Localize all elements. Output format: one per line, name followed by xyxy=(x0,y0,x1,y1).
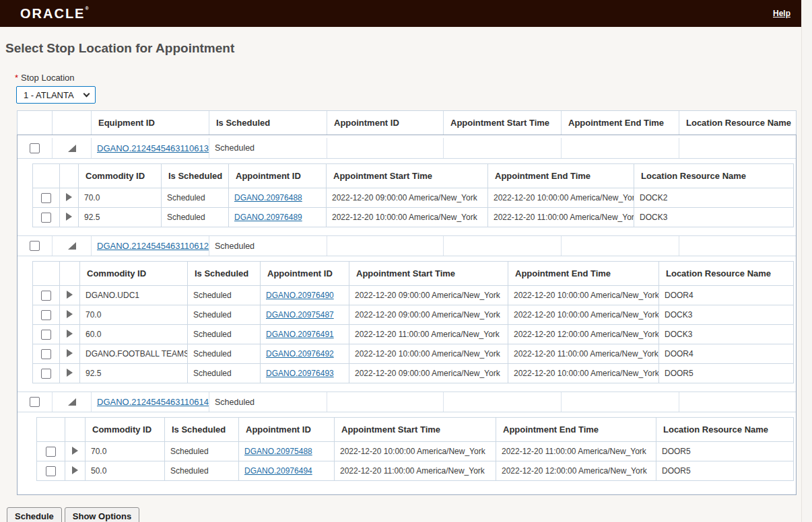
checkbox-cell xyxy=(37,461,65,481)
col-location-resource: Location Resource Name xyxy=(634,164,794,188)
expand-toggle-icon[interactable] xyxy=(72,466,78,474)
resource-cell: DOCK2 xyxy=(634,188,794,208)
expand-toggle-icon[interactable] xyxy=(66,213,72,221)
col-appointment-id: Appointment ID xyxy=(239,418,335,442)
checkbox-cell xyxy=(33,325,60,344)
col-commodity-id: Commodity ID xyxy=(79,164,162,188)
commodity-row: DGANO.UDC1 Scheduled DGANO.20976490 2022… xyxy=(33,286,794,305)
is-scheduled-cell: Scheduled xyxy=(165,461,239,481)
appointment-id-cell: DGANO.20975487 xyxy=(261,305,349,325)
schedule-button[interactable]: Schedule xyxy=(7,507,62,522)
commodity-table: Commodity ID Is Scheduled Appointment ID… xyxy=(32,163,794,227)
appointment-id-cell: DGANO.20976490 xyxy=(261,286,349,305)
checkbox-cell xyxy=(33,208,60,227)
vertical-scrollbar[interactable] xyxy=(801,0,812,522)
start-time-cell: 2022-12-20 09:00:00 America/New_York xyxy=(349,364,508,383)
row-checkbox[interactable] xyxy=(46,447,56,457)
checkbox-cell xyxy=(33,344,60,364)
end-time-cell: 2022-12-20 10:00:00 America/New_York xyxy=(508,286,659,305)
toggle-cell xyxy=(53,138,92,158)
equipment-row: DGANO.2124545463110613 Scheduled xyxy=(18,138,796,159)
collapse-toggle-icon[interactable] xyxy=(68,242,76,250)
equipment-id-link[interactable]: DGANO.2124545463110613 xyxy=(97,143,209,153)
is-scheduled-cell: Scheduled xyxy=(188,325,261,344)
appointment-id-link[interactable]: DGANO.20976493 xyxy=(266,369,334,378)
toggle-cell xyxy=(60,325,80,344)
resource-cell: DOCK3 xyxy=(634,208,794,227)
expand-toggle-icon[interactable] xyxy=(67,291,73,299)
equipment-id-link[interactable]: DGANO.2124545463110612 xyxy=(97,241,209,251)
appointment-id-cell: DGANO.20976493 xyxy=(261,364,349,383)
appointment-id-link[interactable]: DGANO.20976492 xyxy=(266,349,334,359)
row-checkbox[interactable] xyxy=(41,193,51,203)
equipment-id-cell: DGANO.2124545463110612 xyxy=(92,236,209,256)
checkbox-cell xyxy=(18,392,53,412)
is-scheduled-cell: Scheduled xyxy=(209,236,327,256)
stop-location-select[interactable]: 1 - ATLANTA xyxy=(16,86,96,104)
empty-cell xyxy=(679,236,796,256)
commodity-row: 70.0 Scheduled DGANO.20975488 2022-12-20… xyxy=(37,442,794,461)
resource-cell: DOCK3 xyxy=(659,305,794,325)
appointment-id-link[interactable]: DGANO.20975487 xyxy=(266,310,334,320)
start-time-cell: 2022-12-20 10:00:00 America/New_York xyxy=(349,344,508,364)
end-time-cell: 2022-12-20 11:00:00 America/New_York xyxy=(508,344,659,364)
header-toggle-spacer xyxy=(60,164,79,188)
header-checkbox-spacer xyxy=(37,418,65,442)
row-checkbox[interactable] xyxy=(30,143,40,153)
start-time-cell: 2022-12-20 09:00:00 America/New_York xyxy=(327,188,488,208)
expand-toggle-icon[interactable] xyxy=(67,369,73,377)
collapse-toggle-icon[interactable] xyxy=(68,398,76,406)
equipment-table-header: Equipment ID Is Scheduled Appointment ID… xyxy=(17,110,797,135)
commodity-id-cell: 50.0 xyxy=(86,461,165,481)
equipment-id-link[interactable]: DGANO.2124545463110614 xyxy=(97,397,209,407)
appointment-id-link[interactable]: DGANO.20976488 xyxy=(234,193,302,202)
appointment-id-link[interactable]: DGANO.20976491 xyxy=(266,330,334,339)
resource-cell: DOOR4 xyxy=(659,286,794,305)
empty-cell xyxy=(444,392,562,412)
row-checkbox[interactable] xyxy=(30,241,40,251)
expand-toggle-icon[interactable] xyxy=(67,330,73,338)
toggle-cell xyxy=(60,364,80,383)
expand-toggle-icon[interactable] xyxy=(67,310,73,318)
appointment-id-link[interactable]: DGANO.20976494 xyxy=(244,466,312,476)
is-scheduled-cell: Scheduled xyxy=(165,442,239,461)
appointment-id-link[interactable]: DGANO.20976489 xyxy=(234,213,302,222)
expand-toggle-icon[interactable] xyxy=(67,349,73,357)
help-link[interactable]: Help xyxy=(773,9,790,18)
commodity-header-row: Commodity ID Is Scheduled Appointment ID… xyxy=(33,262,794,286)
toggle-cell xyxy=(65,442,86,461)
row-checkbox[interactable] xyxy=(41,291,51,301)
registered-mark: ® xyxy=(85,6,88,11)
checkbox-cell xyxy=(33,286,60,305)
page-title: Select Stop Location for Appointment xyxy=(5,41,801,56)
commodity-row: 92.5 Scheduled DGANO.20976489 2022-12-20… xyxy=(33,208,794,227)
empty-cell xyxy=(562,392,679,412)
action-buttons: Schedule Show Options xyxy=(7,507,801,522)
toggle-cell xyxy=(60,188,79,208)
col-appointment-end: Appointment End Time xyxy=(488,164,634,188)
toggle-cell xyxy=(53,236,92,256)
commodity-id-cell: 60.0 xyxy=(80,325,188,344)
row-checkbox[interactable] xyxy=(30,397,40,407)
commodity-id-cell: 70.0 xyxy=(79,188,162,208)
expand-toggle-icon[interactable] xyxy=(66,193,72,201)
row-checkbox[interactable] xyxy=(41,330,51,340)
header-checkbox-spacer xyxy=(33,262,60,286)
start-time-cell: 2022-12-20 10:00:00 America/New_York xyxy=(327,208,488,227)
row-checkbox[interactable] xyxy=(46,466,56,476)
show-options-button[interactable]: Show Options xyxy=(65,507,139,522)
expand-toggle-icon[interactable] xyxy=(72,447,78,455)
row-checkbox[interactable] xyxy=(41,213,51,223)
commodity-table: Commodity ID Is Scheduled Appointment ID… xyxy=(32,261,794,383)
collapse-toggle-icon[interactable] xyxy=(68,145,76,152)
row-checkbox[interactable] xyxy=(41,310,51,320)
col-appointment-start: Appointment Start Time xyxy=(444,111,562,135)
appointment-id-link[interactable]: DGANO.20975488 xyxy=(244,447,312,456)
col-appointment-id: Appointment ID xyxy=(261,262,349,286)
appointment-id-link[interactable]: DGANO.20976490 xyxy=(266,291,334,300)
row-checkbox[interactable] xyxy=(41,369,51,379)
empty-cell xyxy=(444,236,562,256)
row-checkbox[interactable] xyxy=(41,349,51,359)
empty-cell xyxy=(444,138,562,158)
checkbox-cell xyxy=(33,188,60,208)
